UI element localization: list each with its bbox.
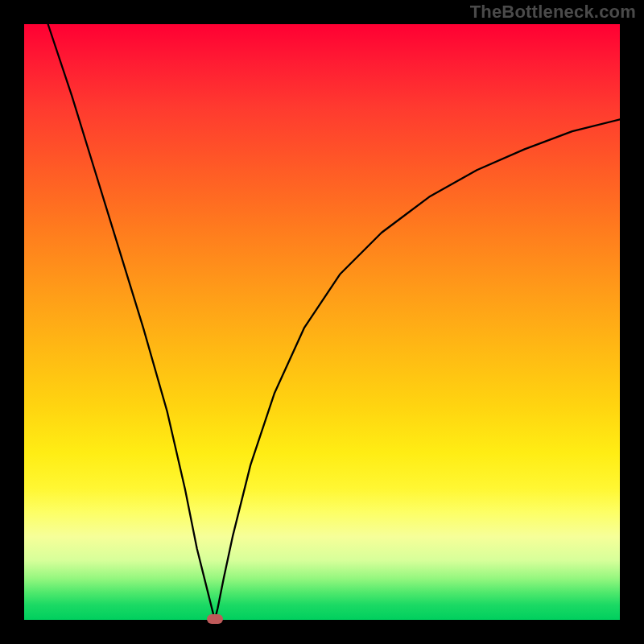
bottleneck-marker	[207, 614, 223, 624]
curve-svg	[24, 24, 620, 620]
plot-area	[24, 24, 620, 620]
right-branch-path	[215, 119, 620, 620]
watermark-text: TheBottleneck.com	[470, 2, 636, 23]
left-branch-path	[48, 24, 215, 620]
chart-container: TheBottleneck.com	[0, 0, 644, 644]
